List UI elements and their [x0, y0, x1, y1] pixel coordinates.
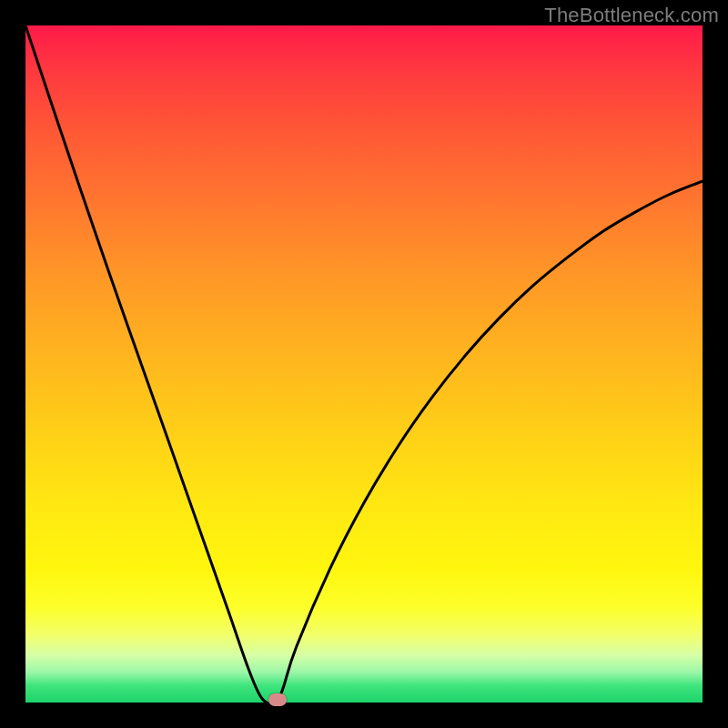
chart-frame: TheBottleneck.com [0, 0, 728, 728]
watermark-text: TheBottleneck.com [544, 4, 719, 27]
plot-area [25, 25, 703, 703]
selected-point-marker [268, 693, 287, 706]
bottleneck-curve [25, 25, 703, 703]
